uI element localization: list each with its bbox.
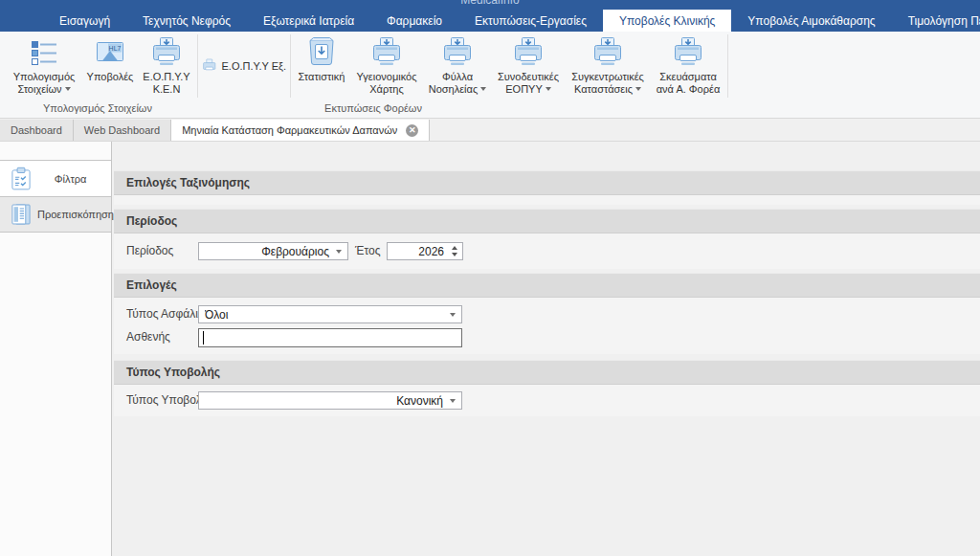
submission-type-combobox[interactable]: Κανονική [198,391,462,410]
tab-monthly-pharma-statement[interactable]: Μηνιαία Κατάσταση Φαρμακευτικών Δαπανών … [171,120,430,141]
button-label: Σκευάσματα [659,71,717,83]
eopyy-ex-button[interactable]: Ε.Ο.Π.Υ.Υ Εξ. [202,52,286,80]
ribbon-tab-bar: Εισαγωγή Τεχνητός Νεφρός Εξωτερικά Ιατρε… [0,10,980,32]
preparations-per-agency-button[interactable]: Σκευάσματα ανά Α. Φορέα [651,32,725,96]
section-header: Επιλογές [114,273,980,298]
ribbon-tab-texnitos-nefros[interactable]: Τεχνητός Νεφρός [126,10,247,32]
section-header: Τύπος Υποβολής [114,360,980,385]
year-label: Έτος [355,242,380,260]
sidebar-item-label: Προεπισκόπηση [37,209,114,220]
ribbon-tab-ektyposeis-ergasies[interactable]: Εκτυπώσεις-Εργασίες [458,10,603,32]
section-header: Περίοδος [114,209,980,234]
chevron-down-icon [450,313,456,317]
health-map-button[interactable]: Υγειονομικός Χάρτης [350,32,423,96]
ribbon-tab-ypovoles-aimokatharsis[interactable]: Υποβολές Αιμοκάθαρσης [731,10,891,32]
clipboard-check-icon [9,167,33,191]
sidebar: Φίλτρα Προεπισκόπηση [0,142,112,556]
year-spinner[interactable]: 2026 [387,242,463,260]
list-icon [28,36,60,69]
calc-elements-button[interactable]: Υπολογισμός Στοιχείων [6,32,82,96]
dropdown-caret-icon [480,87,486,91]
printer-icon [370,36,403,69]
ribbon-group-separator [290,34,291,98]
window-title: MedicalInfo [0,0,980,7]
tab-dashboard[interactable]: Dashboard [0,120,74,141]
dropdown-caret-icon [65,87,71,91]
button-label: Στοιχείων [17,83,70,96]
section-options: Επιλογές Τύπος Ασφάλισης Όλοι Ασθενής [114,273,980,354]
button-label: Συγκεντρωτικές [571,71,644,83]
spin-down-icon[interactable] [452,253,457,256]
ribbon-group-label: Υπολογισμός Στοιχείων [4,102,191,117]
main-area: Φίλτρα Προεπισκόπηση Επιλογές Ταξινόμηση… [0,142,980,556]
spin-up-icon[interactable] [452,246,457,250]
button-label: Συνοδευτικές [498,71,559,83]
button-label: Υγειονομικός [357,71,417,83]
sidebar-item-label: Φίλτρα [37,173,103,185]
button-label: Ε.Ο.Π.Υ.Υ Εξ. [221,60,286,73]
preview-icon [9,202,33,227]
eopyy-ken-button[interactable]: Ε.Ο.Π.Υ.Υ Κ.Ε.Ν [138,32,195,96]
button-label: Ε.Ο.Π.Υ.Υ [143,71,189,83]
printer-icon [202,56,216,76]
ribbon-tab-farmakeio[interactable]: Φαρμακείο [370,10,458,32]
button-label: ΕΟΠΥΥ [505,83,551,96]
printer-icon [591,36,624,69]
sidebar-item-preview[interactable]: Προεπισκόπηση [0,197,111,233]
patient-input-wrap [198,328,462,347]
ribbon-tab-ypovoles-klinikis[interactable]: Υποβολές Κλινικής [603,10,731,32]
chevron-down-icon [450,399,456,403]
titlebar: MedicalInfo Εισαγωγή Τεχνητός Νεφρός Εξω… [0,0,980,32]
ribbon-tab-exoterika-iatreia[interactable]: Εξωτερικά Ιατρεία [247,10,370,32]
document-tab-bar: Dashboard Web Dashboard Μηνιαία Κατάστασ… [0,120,980,142]
button-label: Κ.Ε.Ν [153,83,181,96]
section-period: Περίοδος Περίοδος Φεβρουάριος Έτος 2026 [114,209,980,269]
button-label: Φύλλα [442,71,473,83]
accompanying-eopyy-button[interactable]: Συνοδευτικές ΕΟΠΥΥ [492,32,565,96]
ribbon-group-label: Εκτυπώσεις Φορέων [282,102,464,117]
spinner-buttons[interactable] [450,246,459,256]
patient-input[interactable] [199,329,461,346]
year-value: 2026 [393,245,450,258]
inbox-icon [305,36,338,69]
submission-type-value: Κανονική [205,394,450,408]
ribbon-group-separator [727,34,728,98]
sidebar-item-filters[interactable]: Φίλτρα [0,160,111,197]
section-header: Επιλογές Ταξινόμησης [114,170,980,195]
statistics-button[interactable]: Στατιστική [293,32,350,83]
hl7-monitor-icon: HL7 [94,36,126,69]
chevron-down-icon [336,250,342,254]
ribbon: Υπολογισμός Στοιχείων HL7 Υποβολές [0,32,980,119]
button-label: Καταστάσεις [574,83,641,96]
tab-web-dashboard[interactable]: Web Dashboard [74,120,171,141]
button-label: Υποβολές [87,71,134,83]
section-submission-type: Τύπος Υποβολής Τύπος Υποβολής Κανονική [114,360,980,416]
insurance-type-combobox[interactable]: Όλοι [198,305,462,323]
button-label: Στατιστική [299,71,345,83]
ribbon-tab-eisagogi[interactable]: Εισαγωγή [43,10,126,32]
ribbon-separator [197,34,198,98]
app-window: MedicalInfo Εισαγωγή Τεχνητός Νεφρός Εξω… [0,0,980,556]
period-label: Περίοδος [126,242,173,260]
close-icon[interactable]: ✕ [406,124,418,137]
dropdown-caret-icon [635,87,641,91]
printer-icon [672,36,704,69]
nursing-sheets-button[interactable]: Φύλλα Νοσηλείας [423,32,492,96]
filters-panel: Επιλογές Ταξινόμησης Περίοδος Περίοδος Φ… [112,142,980,556]
button-label: Νοσηλείας [429,83,486,96]
ribbon-tab-timologisi-peristatikou[interactable]: Τιμολόγηση Περιστατικού [892,10,980,32]
button-label: ανά Α. Φορέα [657,83,721,96]
insurance-type-value: Όλοι [205,308,450,322]
text-cursor [203,331,204,345]
printer-icon [441,36,474,69]
period-combobox[interactable]: Φεβρουάριος [198,242,348,260]
summary-statements-button[interactable]: Συγκεντρωτικές Καταστάσεις [565,32,651,96]
period-value: Φεβρουάριος [205,245,336,258]
button-label: Υπολογισμός [13,71,76,83]
printer-icon [512,36,545,69]
printer-icon [150,36,183,69]
submissions-button[interactable]: HL7 Υποβολές [82,32,138,83]
patient-label: Ασθενής [126,328,170,346]
button-label: Χάρτης [369,83,404,96]
dropdown-caret-icon [546,87,551,91]
